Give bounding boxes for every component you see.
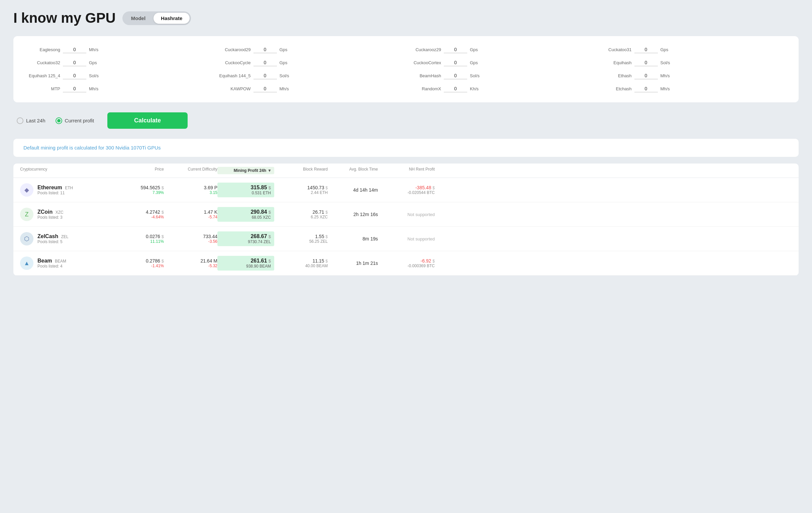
radio-current-profit[interactable]: Current profit	[56, 117, 94, 124]
hash-field-ethash: Ethash Mh/s	[598, 72, 786, 79]
block-reward-cell-zelcash: 1.55 $ 56.25 ZEL	[274, 234, 328, 244]
profit-cell-zcoin: 290.84 $ 68.05 XZC	[218, 207, 274, 222]
hash-label-cuckarood29: Cuckarood29	[218, 47, 251, 52]
block-reward-cell-zcoin: 26.71 $ 6.25 XZC	[274, 209, 328, 219]
diff-cell-zcoin: 1.47 K -5.74	[164, 209, 218, 219]
info-banner: Default mining profit is calculated for …	[13, 139, 799, 157]
coin-name-zelcash: ZelCash	[37, 233, 58, 239]
profit-cell-beam: 261.61 $ 938.90 BEAM	[218, 256, 274, 270]
hash-field-cuckoo_cycle: CuckooCycle Gps	[218, 59, 405, 66]
block-reward-cell-ethereum: 1450.73 $ 2.44 ETH	[274, 185, 328, 195]
hash-unit-equihash: Sol/s	[661, 60, 672, 65]
hash-unit-cuckarood29: Gps	[280, 47, 291, 52]
hash-label-beamhash: BeamHash	[408, 73, 441, 78]
coin-pools-beam: Pools listed: 4	[37, 264, 66, 268]
diff-cell-beam: 21.64 M -5.32	[164, 258, 218, 268]
tab-model[interactable]: Model	[124, 13, 153, 24]
info-text: Default mining profit is calculated for …	[23, 145, 161, 150]
hash-input-equihash[interactable]	[634, 59, 658, 66]
block-time-cell-zcoin: 2h 12m 16s	[328, 212, 378, 217]
hash-field-eaglesong: Eaglesong Mh/s	[27, 46, 214, 53]
diff-cell-ethereum: 3.69 P 3.15	[164, 185, 218, 195]
coin-cell-beam: ▲ Beam BEAM Pools listed: 4	[20, 256, 114, 270]
hash-label-equihash: Equihash	[598, 60, 632, 65]
th-price: Price	[114, 167, 164, 174]
eth-icon: ◆	[20, 183, 33, 197]
zcoin-icon: Z	[20, 208, 33, 221]
hash-field-kawpow: KAWPOW Mh/s	[218, 85, 405, 92]
radio-last24h[interactable]: Last 24h	[17, 117, 46, 124]
coin-symbol-zcoin: XZC	[56, 210, 63, 215]
hash-input-cuckatoo32[interactable]	[63, 59, 86, 66]
table-header: Cryptocurrency Price Current Difficulty …	[13, 164, 799, 178]
nh-profit-beam: -6.92 $ -0.000369 BTC	[378, 258, 435, 268]
hash-input-cuckatoo31[interactable]	[634, 46, 658, 53]
hash-input-beamhash[interactable]	[444, 72, 467, 79]
price-cell-zelcash: 0.0276 $ 11.11%	[114, 234, 164, 244]
price-cell-beam: 0.2786 $ -1.41%	[114, 258, 164, 268]
table-row-zelcash[interactable]: ⬡ ZelCash ZEL Pools listed: 5 0.0276 $ 1…	[13, 227, 799, 251]
diff-cell-zelcash: 733.44 -3.56	[164, 234, 218, 244]
hash-unit-cuckoo_cortex: Gps	[470, 60, 482, 65]
hashrate-panel: Eaglesong Mh/s Cuckarood29 Gps Cuckarooz…	[13, 36, 799, 102]
hash-input-equihash_125_4[interactable]	[63, 72, 86, 79]
radio-current-profit-circle	[56, 117, 62, 124]
hash-input-equihash_144_5[interactable]	[254, 72, 277, 79]
hash-field-cuckatoo31: Cuckatoo31 Gps	[598, 46, 786, 53]
hash-unit-etchash: Mh/s	[661, 86, 672, 91]
hash-input-cuckoo_cortex[interactable]	[444, 59, 467, 66]
coin-cell-zcoin: Z ZCoin XZC Pools listed: 3	[20, 208, 114, 221]
hash-field-cuckarooz29: Cuckarooz29 Gps	[408, 46, 595, 53]
table-row-ethereum[interactable]: ◆ Ethereum ETH Pools listed: 11 594.5625…	[13, 178, 799, 202]
hash-unit-equihash_144_5: Sol/s	[280, 73, 291, 78]
hash-field-beamhash: BeamHash Sol/s	[408, 72, 595, 79]
block-time-cell-zelcash: 8m 19s	[328, 236, 378, 241]
coin-pools-zelcash: Pools listed: 5	[37, 239, 68, 244]
hash-input-ethash[interactable]	[634, 72, 658, 79]
hash-field-equihash_144_5: Equihash 144_5 Sol/s	[218, 72, 405, 79]
coin-pools-zcoin: Pools listed: 3	[37, 215, 63, 220]
table-row-beam[interactable]: ▲ Beam BEAM Pools listed: 4 0.2786 $ -1.…	[13, 251, 799, 276]
hash-input-cuckoo_cycle[interactable]	[254, 59, 277, 66]
hash-input-cuckarood29[interactable]	[254, 46, 277, 53]
controls-row: Last 24h Current profit Calculate	[13, 112, 799, 129]
profit-cell-zelcash: 268.67 $ 9730.74 ZEL	[218, 231, 274, 246]
hash-label-cuckoo_cycle: CuckooCycle	[218, 60, 251, 65]
hash-field-etchash: Etchash Mh/s	[598, 85, 786, 92]
hash-input-eaglesong[interactable]	[63, 46, 86, 53]
nh-profit-ethereum: -385.48 $ -0.020544 BTC	[378, 185, 435, 195]
hash-unit-mtp: Mh/s	[89, 86, 101, 91]
zel-icon: ⬡	[20, 232, 33, 246]
hash-field-cuckoo_cortex: CuckooCortex Gps	[408, 59, 595, 66]
results-table: Cryptocurrency Price Current Difficulty …	[13, 164, 799, 276]
hash-input-cuckarooz29[interactable]	[444, 46, 467, 53]
hash-input-randomx[interactable]	[444, 85, 467, 92]
hash-label-equihash_144_5: Equihash 144_5	[218, 73, 251, 78]
nh-not-supported-zcoin: Not supported	[378, 212, 435, 217]
hash-input-mtp[interactable]	[63, 85, 86, 92]
calculate-button[interactable]: Calculate	[107, 112, 187, 129]
table-row-zcoin[interactable]: Z ZCoin XZC Pools listed: 3 4.2742 $ -4.…	[13, 202, 799, 227]
hash-label-equihash_125_4: Equihash 125_4	[27, 73, 60, 78]
coin-name-beam: Beam	[37, 258, 52, 263]
hash-input-etchash[interactable]	[634, 85, 658, 92]
hash-field-randomx: RandomX Kh/s	[408, 85, 595, 92]
radio-current-profit-label: Current profit	[65, 118, 94, 123]
tab-hashrate[interactable]: Hashrate	[153, 13, 190, 24]
price-cell-zcoin: 4.2742 $ -4.64%	[114, 209, 164, 219]
coin-pools-ethereum: Pools listed: 11	[37, 191, 73, 195]
hash-unit-kawpow: Mh/s	[280, 86, 291, 91]
th-difficulty: Current Difficulty	[164, 167, 218, 174]
th-block-reward: Block Reward	[274, 167, 328, 174]
hash-unit-eaglesong: Mh/s	[89, 47, 101, 52]
coin-cell-zelcash: ⬡ ZelCash ZEL Pools listed: 5	[20, 232, 114, 246]
hash-label-etchash: Etchash	[598, 86, 632, 91]
hash-unit-equihash_125_4: Sol/s	[89, 73, 101, 78]
th-profit[interactable]: Mining Profit 24h ▼	[218, 167, 274, 174]
hash-unit-cuckoo_cycle: Gps	[280, 60, 291, 65]
hash-input-kawpow[interactable]	[254, 85, 277, 92]
th-block-time: Avg. Block Time	[328, 167, 378, 174]
nh-not-supported-zelcash: Not supported	[378, 236, 435, 241]
hash-field-equihash: Equihash Sol/s	[598, 59, 786, 66]
hash-unit-randomx: Kh/s	[470, 86, 482, 91]
